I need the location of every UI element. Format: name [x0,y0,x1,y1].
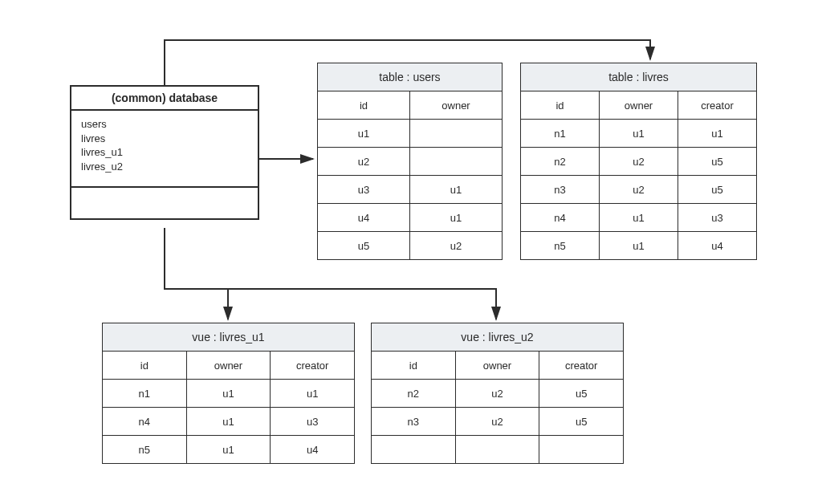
col-header: id [103,352,187,380]
cell: n5 [103,436,187,464]
database-item: livres_u2 [81,160,250,174]
database-box: (common) database users livres livres_u1… [70,85,259,220]
col-header: creator [539,352,624,380]
database-item: livres [81,132,250,146]
cell: u1 [600,232,678,260]
table-row: n1 u1 u1 [103,380,355,408]
col-header: creator [271,352,355,380]
cell: u1 [678,120,757,148]
table-row: n3 u2 u5 [521,176,757,204]
database-item: users [81,117,250,132]
cell: u2 [600,148,678,176]
col-header: owner [410,91,503,120]
cell [455,436,539,464]
cell: u1 [410,176,503,204]
cell: u2 [318,148,410,176]
view-livres-u2-caption: vue : livres_u2 [372,323,624,352]
cell: n5 [521,232,600,260]
cell: u2 [455,380,539,408]
cell [410,148,503,176]
cell: u1 [410,204,503,232]
cell: n2 [521,148,600,176]
table-row: n2 u2 u5 [372,380,624,408]
view-livres-u1: vue : livres_u1 id owner creator n1 u1 u… [102,323,355,464]
cell: u3 [318,176,410,204]
table-row: n4 u1 u3 [521,204,757,232]
col-header: creator [678,91,757,120]
cell: n4 [103,408,187,436]
database-items: users livres livres_u1 livres_u2 [71,111,258,188]
diagram-canvas: (common) database users livres livres_u1… [0,0,822,504]
cell: u5 [539,380,624,408]
table-row: n5 u1 u4 [521,232,757,260]
table-row: u5 u2 [318,232,503,260]
cell: u1 [271,380,355,408]
cell: u2 [600,176,678,204]
database-item: livres_u1 [81,145,250,160]
col-header: id [372,352,456,380]
view-livres-u2: vue : livres_u2 id owner creator n2 u2 u… [371,323,624,464]
table-row: n4 u1 u3 [103,408,355,436]
cell: u4 [271,436,355,464]
cell: n1 [521,120,600,148]
cell: u5 [318,232,410,260]
cell: u5 [539,408,624,436]
cell: u1 [600,204,678,232]
cell: u4 [678,232,757,260]
table-livres-caption: table : livres [521,63,757,91]
view-livres-u1-caption: vue : livres_u1 [103,323,355,352]
table-row: n3 u2 u5 [372,408,624,436]
cell: u4 [318,204,410,232]
cell: u2 [455,408,539,436]
col-header: owner [455,352,539,380]
cell: u3 [678,204,757,232]
table-row [372,436,624,464]
cell: u1 [186,408,271,436]
table-row: n1 u1 u1 [521,120,757,148]
cell: u2 [410,232,503,260]
table-row: u2 [318,148,503,176]
table-row: u4 u1 [318,204,503,232]
cell: n4 [521,204,600,232]
table-livres: table : livres id owner creator n1 u1 u1… [520,63,757,260]
cell [410,120,503,148]
table-users-caption: table : users [318,63,503,91]
cell: u1 [186,436,271,464]
cell: n3 [521,176,600,204]
cell [372,436,456,464]
cell: u5 [678,176,757,204]
cell: u1 [600,120,678,148]
cell: n3 [372,408,456,436]
cell: n2 [372,380,456,408]
cell [539,436,624,464]
cell: u1 [318,120,410,148]
col-header: owner [600,91,678,120]
database-footer-empty [71,188,258,218]
table-row: u3 u1 [318,176,503,204]
table-row: u1 [318,120,503,148]
cell: n1 [103,380,187,408]
col-header: id [318,91,410,120]
table-row: n2 u2 u5 [521,148,757,176]
table-users: table : users id owner u1 u2 u3 u1 u4 u1 [317,63,503,260]
cell: u3 [271,408,355,436]
database-title: (common) database [71,87,258,111]
cell: u5 [678,148,757,176]
col-header: owner [186,352,271,380]
table-row: n5 u1 u4 [103,436,355,464]
col-header: id [521,91,600,120]
cell: u1 [186,380,271,408]
